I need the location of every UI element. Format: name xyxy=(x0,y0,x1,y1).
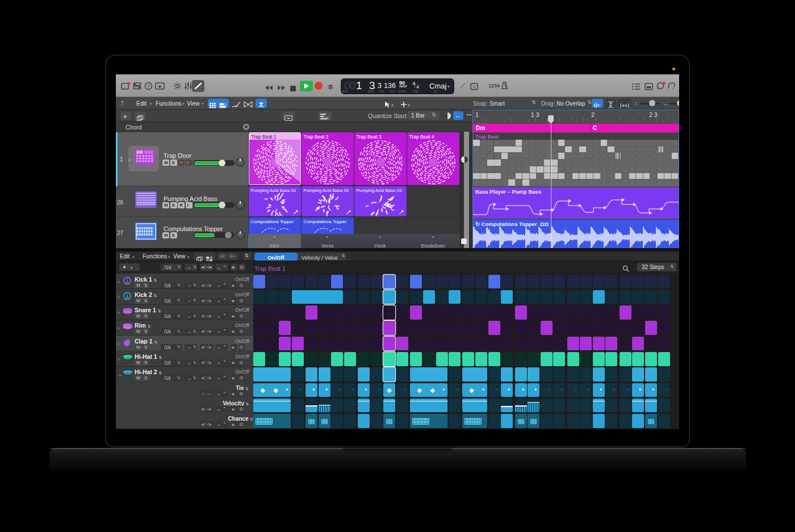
svg-text:▾: ▾ xyxy=(408,103,410,108)
svg-text:S: S xyxy=(473,85,476,90)
svg-text:R: R xyxy=(326,116,329,120)
svg-text:♪: ♪ xyxy=(672,85,675,90)
svg-text:♪: ♪ xyxy=(123,85,125,90)
svg-text:?: ? xyxy=(147,83,150,89)
svg-text:▾: ▾ xyxy=(391,103,394,108)
